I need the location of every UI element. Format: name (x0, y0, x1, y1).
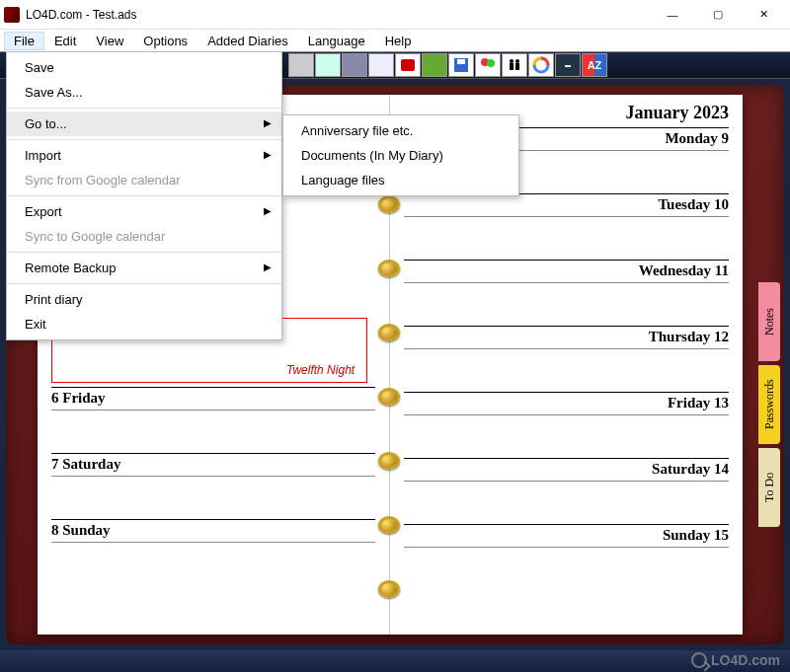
svg-rect-7 (510, 63, 514, 70)
tool-save-icon[interactable] (448, 53, 474, 77)
menu-language[interactable]: Language (298, 32, 375, 50)
menu-item-sync-to-google: Sync to Google calendar (7, 224, 281, 249)
svg-rect-2 (457, 59, 465, 64)
magnifier-icon (691, 652, 707, 668)
chevron-right-icon: ▶ (264, 149, 272, 160)
tool-button-3[interactable] (342, 53, 367, 77)
tool-people-icon[interactable] (502, 53, 527, 77)
svg-point-4 (487, 59, 495, 67)
day-label: Thursday 12 (404, 329, 729, 345)
tool-balloons-icon[interactable] (475, 53, 501, 77)
day-label: 8 Sunday (51, 522, 375, 539)
tool-button-2[interactable] (315, 53, 341, 77)
menu-help[interactable]: Help (375, 32, 422, 50)
twelfth-night-note: Twelfth Night (286, 363, 355, 377)
menu-item-export[interactable]: Export▶ (7, 199, 281, 224)
day-row-thursday-12: Thursday 12 (404, 326, 729, 392)
watermark: LO4D.com (691, 652, 780, 668)
day-row-wednesday-11: Wednesday 11 (404, 260, 729, 326)
menu-item-sync-from-google: Sync from Google calendar (7, 168, 281, 192)
day-row-saturday-14: Saturday 14 (404, 458, 729, 524)
side-tabs: Notes Passwords To Do (758, 282, 780, 527)
day-label: Saturday 14 (404, 461, 729, 478)
svg-rect-0 (401, 59, 415, 71)
menu-item-remote-backup[interactable]: Remote Backup▶ (7, 256, 281, 280)
tool-button-6[interactable] (422, 53, 447, 77)
tool-google-icon[interactable] (528, 53, 554, 77)
svg-rect-8 (515, 63, 519, 70)
tool-book-icon[interactable] (395, 53, 421, 77)
menu-item-goto[interactable]: Go to...▶ (7, 112, 281, 136)
chevron-right-icon: ▶ (264, 261, 272, 272)
tool-button-4[interactable] (368, 53, 394, 77)
submenu-anniversary-file[interactable]: Anniversary file etc. (283, 118, 518, 143)
day-row-sunday-15: Sunday 15 (404, 524, 729, 590)
window-title: LO4D.com - Test.ads (26, 8, 650, 22)
day-label: Wednesday 11 (404, 262, 729, 279)
menu-item-print-diary[interactable]: Print diary (7, 287, 281, 312)
titlebar: LO4D.com - Test.ads — ▢ ✕ (0, 0, 790, 30)
tool-button-1[interactable] (288, 53, 314, 77)
day-row-friday-13: Friday 13 (404, 392, 729, 458)
tab-todo[interactable]: To Do (758, 448, 780, 527)
app-icon (4, 7, 20, 23)
day-label: Sunday 15 (404, 527, 729, 544)
menu-options[interactable]: Options (133, 32, 198, 50)
tab-notes[interactable]: Notes (758, 282, 780, 361)
tool-az-icon[interactable]: AZ (582, 53, 607, 77)
submenu-documents[interactable]: Documents (In My Diary) (283, 143, 518, 168)
status-bar (0, 650, 790, 672)
menu-added-diaries[interactable]: Added Diaries (198, 32, 298, 50)
day-label: Tuesday 10 (404, 196, 729, 213)
menu-item-save-as[interactable]: Save As... (7, 80, 281, 105)
maximize-button[interactable]: ▢ (695, 0, 741, 30)
day-label: Friday 13 (404, 395, 729, 411)
chevron-right-icon: ▶ (264, 117, 272, 128)
svg-point-5 (510, 59, 514, 63)
submenu-language-files[interactable]: Language files (283, 168, 518, 192)
svg-point-6 (515, 59, 519, 63)
day-row-friday-6: 6 Friday (51, 387, 375, 453)
menu-item-exit[interactable]: Exit (7, 312, 281, 336)
menubar: File Edit View Options Added Diaries Lan… (0, 30, 790, 51)
file-menu-dropdown: Save Save As... Go to...▶ Import▶ Sync f… (6, 51, 282, 340)
menu-view[interactable]: View (86, 32, 133, 50)
tab-passwords[interactable]: Passwords (758, 365, 780, 444)
close-button[interactable]: ✕ (741, 0, 786, 30)
day-row-tuesday-10: Tuesday 10 (404, 193, 729, 260)
day-label: 6 Friday (51, 390, 375, 407)
minimize-button[interactable]: — (650, 0, 695, 30)
chevron-right-icon: ▶ (264, 205, 272, 216)
goto-submenu: Anniversary file etc. Documents (In My D… (282, 114, 519, 196)
day-row-saturday-7: 7 Saturday (51, 453, 375, 519)
menu-item-save[interactable]: Save (7, 55, 281, 80)
day-row-sunday-8: 8 Sunday (51, 519, 375, 585)
tool-button-11[interactable]: ▬ (555, 53, 581, 77)
menu-item-import[interactable]: Import▶ (7, 143, 281, 168)
day-label: 7 Saturday (51, 456, 375, 473)
menu-file[interactable]: File (4, 32, 44, 50)
menu-edit[interactable]: Edit (44, 32, 86, 50)
